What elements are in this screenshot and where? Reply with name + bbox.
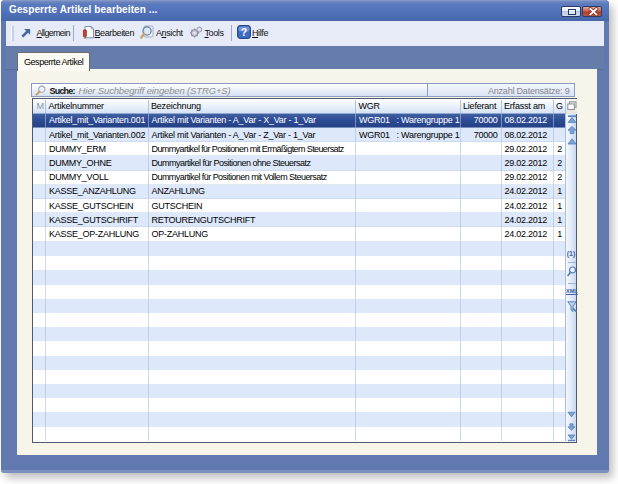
svg-text:?: ? [240, 26, 246, 38]
